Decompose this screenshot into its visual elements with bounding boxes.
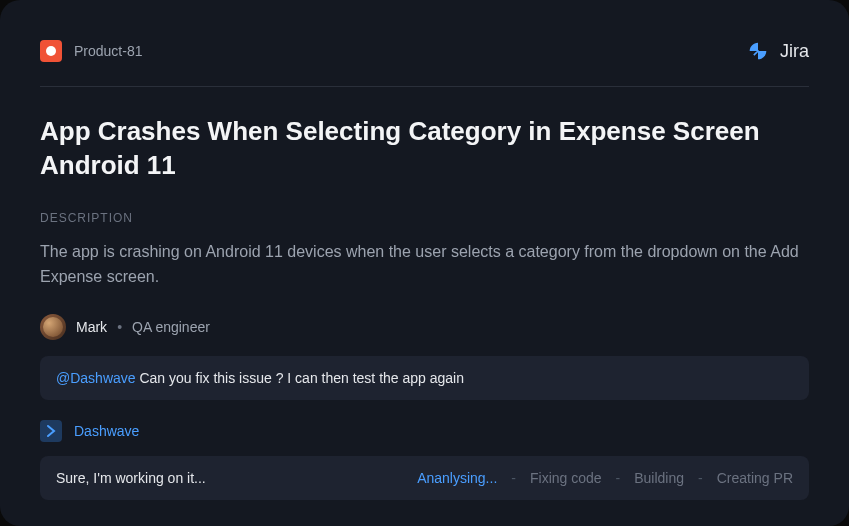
bot-name[interactable]: Dashwave	[74, 423, 139, 439]
jira-brand[interactable]: Jira	[748, 41, 809, 62]
status-step: Fixing code	[530, 470, 602, 486]
author-name[interactable]: Mark	[76, 319, 107, 335]
product-name: Product-81	[74, 43, 142, 59]
mention-link[interactable]: @Dashwave	[56, 370, 136, 386]
status-box: Sure, I'm working on it... Ananlysing...…	[40, 456, 809, 500]
bot-row: Dashwave	[40, 420, 809, 442]
dashwave-icon	[40, 420, 62, 442]
description-label: DESCRIPTION	[40, 211, 809, 225]
status-step: Creating PR	[717, 470, 793, 486]
ticket-title: App Crashes When Selecting Category in E…	[40, 115, 809, 183]
step-separator: -	[698, 470, 703, 486]
comment-box: @Dashwave Can you fix this issue ? I can…	[40, 356, 809, 400]
status-message: Sure, I'm working on it...	[56, 470, 206, 486]
ticket-card: Product-81 Jira App Crashes When Selecti…	[0, 0, 849, 526]
product-icon	[40, 40, 62, 62]
brand-name: Jira	[780, 41, 809, 62]
status-step: Ananlysing...	[417, 470, 497, 486]
author-row: Mark • QA engineer	[40, 314, 809, 340]
author-role: QA engineer	[132, 319, 210, 335]
comment-text: Can you fix this issue ? I can then test…	[136, 370, 464, 386]
avatar[interactable]	[40, 314, 66, 340]
status-step: Building	[634, 470, 684, 486]
ticket-description: The app is crashing on Android 11 device…	[40, 239, 809, 290]
step-separator: -	[511, 470, 516, 486]
breadcrumb[interactable]: Product-81	[40, 40, 142, 62]
step-separator: -	[616, 470, 621, 486]
jira-icon	[748, 41, 768, 61]
status-steps: Ananlysing... - Fixing code - Building -…	[417, 470, 793, 486]
card-header: Product-81 Jira	[40, 40, 809, 87]
author-separator: •	[117, 319, 122, 335]
